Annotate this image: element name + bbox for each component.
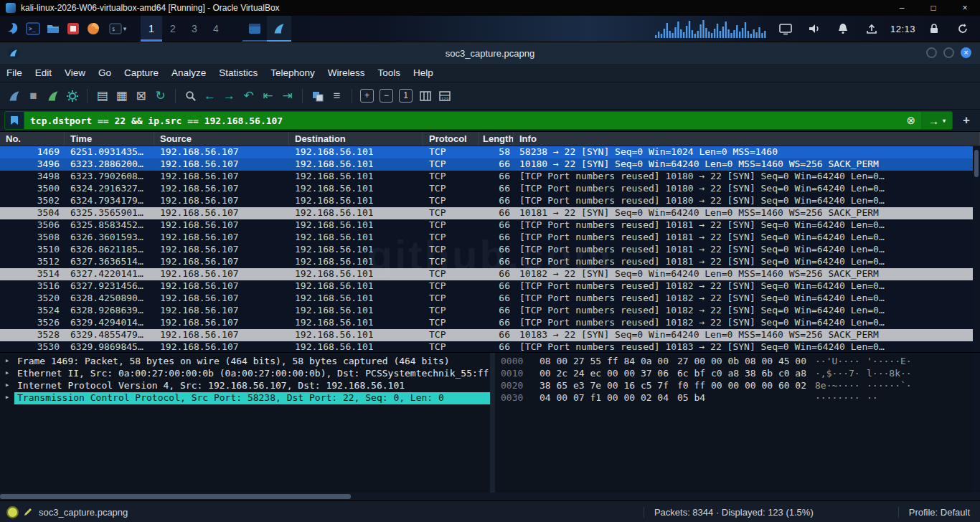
session-refresh-icon[interactable] (953, 18, 973, 39)
detail-line[interactable]: ▸Frame 1469: Packet, 58 bytes on wire (4… (0, 356, 490, 368)
packet-row[interactable]: 34966323.2886200…192.168.56.107192.168.5… (0, 158, 980, 171)
go-back-icon[interactable]: ← (200, 86, 220, 105)
packet-row[interactable]: 35246328.9268639…192.168.56.107192.168.5… (0, 305, 980, 317)
column-header-time[interactable]: Time (65, 132, 154, 146)
packet-bytes-scrollbar[interactable] (973, 353, 980, 493)
menu-statistics[interactable]: Statistics (212, 67, 264, 78)
go-first-packet-icon[interactable]: ⇤ (258, 86, 278, 105)
kali-menu-icon[interactable] (3, 18, 23, 39)
workspace-2[interactable]: 2 (162, 16, 184, 42)
text-editor-launcher-icon[interactable] (63, 18, 83, 39)
lock-screen-icon[interactable] (924, 18, 944, 39)
pane-splitter[interactable] (490, 353, 495, 493)
auto-scroll-icon[interactable]: ≡ (327, 86, 347, 105)
vbox-minimize-button[interactable]: – (897, 3, 907, 13)
workspace-4[interactable]: 4 (205, 16, 227, 42)
packet-row[interactable]: 35046325.3565901…192.168.56.107192.168.5… (0, 207, 980, 219)
resize-columns-icon[interactable] (415, 86, 435, 105)
capture-comment-icon[interactable] (23, 507, 33, 517)
go-to-packet-icon[interactable]: ↶ (239, 86, 258, 105)
colorize-packets-icon[interactable] (308, 86, 327, 105)
notifications-bell-icon[interactable] (833, 18, 853, 39)
packet-list-scrollbar[interactable] (973, 146, 980, 352)
menu-go[interactable]: Go (92, 67, 118, 78)
workspace-3[interactable]: 3 (184, 16, 205, 42)
start-capture-icon[interactable] (4, 86, 24, 105)
vbox-maximize-button[interactable]: □ (928, 3, 938, 13)
terminal-launcher-icon[interactable]: >_ (23, 18, 43, 39)
menu-file[interactable]: File (0, 67, 29, 78)
menu-capture[interactable]: Capture (118, 67, 165, 78)
taskbar-window-wireshark-icon[interactable] (267, 16, 291, 42)
menu-help[interactable]: Help (407, 67, 440, 78)
column-header-dst[interactable]: Destination (289, 132, 423, 146)
find-packet-icon[interactable] (181, 86, 200, 105)
packet-row[interactable]: 35266329.4294014…192.168.56.107192.168.5… (0, 317, 980, 329)
packet-row[interactable]: 14696251.0931435…192.168.56.107192.168.5… (0, 146, 980, 158)
column-header-len[interactable]: Length (479, 132, 514, 146)
restart-capture-icon[interactable] (43, 86, 62, 105)
expand-arrow-icon[interactable]: ▸ (0, 356, 14, 368)
column-header-no[interactable]: No. (0, 132, 65, 146)
column-header-src[interactable]: Source (154, 132, 289, 146)
packet-row[interactable]: 35206328.4250890…192.168.56.107192.168.5… (0, 293, 980, 305)
packet-row[interactable]: 35026324.7934179…192.168.56.107192.168.5… (0, 195, 980, 207)
save-file-icon[interactable]: ▦ (112, 86, 131, 105)
window-maximize-button[interactable] (943, 47, 954, 58)
packet-list-scrollbar-handle[interactable] (974, 150, 979, 177)
zoom-original-icon[interactable]: 1 (399, 89, 413, 103)
packet-row[interactable]: 35106326.8621185…192.168.56.107192.168.5… (0, 244, 980, 256)
hex-row[interactable]: 000008 00 27 55 ff 84 0a 0027 00 00 0b 0… (495, 356, 973, 368)
filter-clear-icon[interactable]: ⊗ (900, 114, 921, 127)
vbox-close-button[interactable]: × (960, 3, 970, 13)
window-minimize-button[interactable] (926, 47, 937, 58)
detail-line[interactable]: ▸Internet Protocol Version 4, Src: 192.1… (0, 380, 490, 392)
menu-telephony[interactable]: Telephony (264, 67, 321, 78)
volume-icon[interactable] (804, 18, 824, 39)
expand-arrow-icon[interactable]: ▸ (0, 380, 14, 392)
file-manager-launcher-icon[interactable] (43, 18, 63, 39)
tray-eject-icon[interactable] (862, 18, 882, 39)
display-icon[interactable] (776, 18, 796, 39)
workspace-1[interactable]: 1 (141, 16, 162, 42)
display-filter-field[interactable]: ⊗ → ▾ (4, 111, 953, 130)
stop-capture-icon[interactable]: ■ (24, 86, 43, 105)
packet-row[interactable]: 35306329.9869845…192.168.56.107192.168.5… (0, 341, 980, 352)
expand-arrow-icon[interactable]: ▸ (0, 368, 14, 380)
go-last-packet-icon[interactable]: ⇥ (278, 86, 297, 105)
column-header-info[interactable]: Info (514, 132, 980, 146)
capture-options-icon[interactable] (62, 86, 82, 105)
expert-info-icon[interactable] (6, 506, 19, 518)
status-profile[interactable]: Profile: Default (898, 507, 980, 518)
filter-dropdown-caret-icon[interactable]: ▾ (943, 118, 946, 124)
menu-analyze[interactable]: Analyze (165, 67, 212, 78)
taskbar-window-filemanager-icon[interactable] (242, 16, 267, 42)
packet-row[interactable]: 35086326.3601593…192.168.56.107192.168.5… (0, 232, 980, 244)
packet-row[interactable]: 34986323.7902608…192.168.56.107192.168.5… (0, 171, 980, 183)
packet-row[interactable]: 35066325.8583452…192.168.56.107192.168.5… (0, 219, 980, 232)
horizontal-scrollbar-handle[interactable] (0, 494, 351, 499)
packet-row[interactable]: 35166327.9231456…192.168.56.107192.168.5… (0, 280, 980, 293)
hex-row[interactable]: 001000 2c 24 ec 00 00 37 066c bf c0 a8 3… (495, 368, 973, 380)
go-forward-icon[interactable]: → (220, 86, 239, 105)
zoom-in-icon[interactable]: + (360, 89, 374, 103)
edit-columns-icon[interactable]: 123 (435, 86, 454, 105)
window-close-button[interactable]: × (961, 47, 971, 58)
menu-tools[interactable]: Tools (371, 67, 407, 78)
packet-row[interactable]: 35146327.4220141…192.168.56.107192.168.5… (0, 268, 980, 280)
browser-launcher-icon[interactable] (83, 18, 103, 39)
audio-visualizer[interactable] (655, 19, 767, 38)
column-header-proto[interactable]: Protocol (423, 132, 479, 146)
wireshark-titlebar[interactable]: soc3_capture.pcapng × (0, 42, 980, 64)
horizontal-scrollbar[interactable] (0, 493, 980, 500)
menu-view[interactable]: View (58, 67, 92, 78)
open-file-icon[interactable]: ▤ (93, 86, 112, 105)
detail-line[interactable]: ▸Ethernet II, Src: 0a:00:27:00:00:0b (0a… (0, 368, 490, 380)
filter-apply-button[interactable]: → ▾ (921, 112, 952, 129)
reload-file-icon[interactable]: ↻ (151, 86, 170, 105)
filter-bookmark-icon[interactable] (5, 112, 24, 129)
packet-row[interactable]: 35006324.2916327…192.168.56.107192.168.5… (0, 183, 980, 195)
terminal-selector-icon[interactable]: $ ▾ (103, 18, 132, 39)
detail-line[interactable]: ▸Transmission Control Protocol, Src Port… (0, 392, 490, 404)
expand-arrow-icon[interactable]: ▸ (0, 392, 14, 404)
